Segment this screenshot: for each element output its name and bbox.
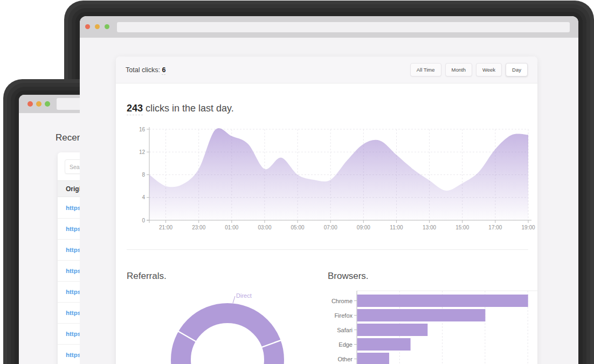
range-button-week[interactable]: Week [476,63,502,76]
maximize-window-icon[interactable] [105,24,109,29]
analytics-card: Total clicks: 6 All Time Month Week Day … [116,57,537,364]
svg-text:Firefox: Firefox [334,312,353,319]
svg-text:0: 0 [142,218,145,223]
svg-text:23:00: 23:00 [192,225,205,230]
total-clicks: Total clicks: 6 [126,66,165,74]
svg-text:16: 16 [139,127,146,132]
clicks-headline-text: clicks in the last day. [143,103,234,114]
svg-text:13:00: 13:00 [423,225,436,230]
svg-text:Safari: Safari [337,327,353,333]
maximize-window-icon[interactable] [45,101,50,107]
time-range-buttons: All Time Month Week Day [410,63,528,76]
svg-text:17:00: 17:00 [488,225,502,230]
close-window-icon[interactable] [85,24,90,29]
total-clicks-value: 6 [162,66,165,75]
referrals-donut-chart: Direct [162,288,302,364]
mockup-canvas: Recen Origin https: https: https: https:… [0,0,594,364]
svg-text:01:00: 01:00 [225,225,238,230]
address-bar[interactable] [117,22,570,32]
back-page-title: Recen [56,132,82,143]
total-clicks-label: Total clicks: [126,66,160,74]
minimize-window-icon[interactable] [95,24,100,29]
referrals-section-title: Referrals. [127,271,167,282]
svg-text:07:00: 07:00 [324,225,337,230]
browsers-bar-chart: ChromeFirefoxSafariEdgeOther [328,288,544,364]
svg-text:12: 12 [139,149,146,155]
range-button-day[interactable]: Day [506,63,528,76]
clicks-count: 243 [127,103,143,115]
browsers-section-title: Browsers. [328,271,369,282]
svg-text:19:00: 19:00 [521,225,535,230]
minimize-window-icon[interactable] [36,101,42,107]
svg-text:8: 8 [142,172,145,178]
svg-text:11:00: 11:00 [390,225,403,230]
clicks-area-chart: 048121621:0023:0001:0003:0005:0007:0009:… [120,124,535,234]
svg-text:05:00: 05:00 [291,225,305,230]
close-window-icon[interactable] [27,101,33,107]
svg-text:03:00: 03:00 [258,225,271,230]
card-header: Total clicks: 6 All Time Month Week Day [116,57,537,83]
section-divider [127,249,528,250]
svg-text:Other: Other [337,356,353,362]
svg-text:09:00: 09:00 [357,225,370,230]
svg-text:Chrome: Chrome [331,298,353,304]
range-button-all-time[interactable]: All Time [410,63,441,76]
front-window-titlebar [80,16,578,38]
front-browser-window: Total clicks: 6 All Time Month Week Day … [80,16,578,364]
clicks-headline: 243 clicks in the last day. [127,103,234,114]
svg-text:Edge: Edge [339,341,353,348]
svg-text:Direct: Direct [236,292,252,299]
svg-text:15:00: 15:00 [455,225,469,230]
range-button-month[interactable]: Month [445,63,472,76]
svg-text:4: 4 [142,194,145,200]
svg-text:21:00: 21:00 [159,225,172,230]
